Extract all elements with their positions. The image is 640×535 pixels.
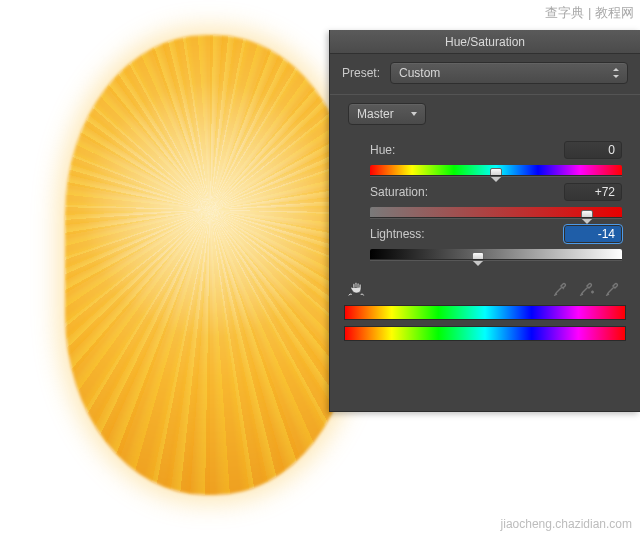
lightness-label: Lightness: [370, 227, 425, 241]
hue-thumb[interactable] [490, 168, 502, 178]
lightness-thumb[interactable] [472, 252, 484, 262]
tool-row [330, 267, 640, 305]
watermark-bottom: jiaocheng.chazidian.com [501, 517, 632, 531]
eyedropper-icon [553, 280, 569, 296]
saturation-slider[interactable] [370, 207, 622, 219]
preset-label: Preset: [342, 66, 390, 80]
hue-ramps [330, 305, 640, 353]
panel-titlebar[interactable]: Hue/Saturation [330, 30, 640, 54]
preset-row: Preset: Custom [330, 54, 640, 88]
channel-row: Master [330, 95, 640, 129]
eyedropper-button[interactable] [550, 277, 572, 299]
preset-value: Custom [399, 66, 440, 80]
eyedropper-plus-icon [579, 280, 595, 296]
hue-slider[interactable] [370, 165, 622, 177]
fuzzy-texture [65, 35, 355, 495]
lightness-input[interactable]: -14 [564, 225, 622, 243]
eyedropper-minus-icon [605, 280, 621, 296]
lightness-slider[interactable] [370, 249, 622, 261]
panel-title: Hue/Saturation [445, 35, 525, 49]
channel-select[interactable]: Master [348, 103, 426, 125]
canvas-artwork [65, 35, 355, 495]
channel-value: Master [357, 107, 394, 121]
targeted-adjustment-button[interactable] [346, 277, 368, 299]
chevron-down-icon [409, 109, 419, 119]
saturation-label: Saturation: [370, 185, 428, 199]
hue-ramp-top [344, 305, 626, 320]
saturation-slot: Saturation: +72 [370, 183, 622, 219]
sliders-group: Hue: 0 Saturation: +72 Lightness: -14 [330, 129, 640, 267]
hue-label: Hue: [370, 143, 395, 157]
updown-icon [611, 68, 621, 78]
saturation-input[interactable]: +72 [564, 183, 622, 201]
saturation-thumb[interactable] [581, 210, 593, 220]
hue-input[interactable]: 0 [564, 141, 622, 159]
hue-ramp-bottom [344, 326, 626, 341]
eyedropper-subtract-button[interactable] [602, 277, 624, 299]
preset-select[interactable]: Custom [390, 62, 628, 84]
lightness-slot: Lightness: -14 [370, 225, 622, 261]
hue-saturation-panel: Hue/Saturation Preset: Custom Master Hue… [329, 30, 640, 412]
hand-scrubby-icon [348, 279, 366, 297]
eyedropper-add-button[interactable] [576, 277, 598, 299]
watermark-top: 查字典 | 教程网 [545, 4, 634, 22]
hue-slot: Hue: 0 [370, 141, 622, 177]
